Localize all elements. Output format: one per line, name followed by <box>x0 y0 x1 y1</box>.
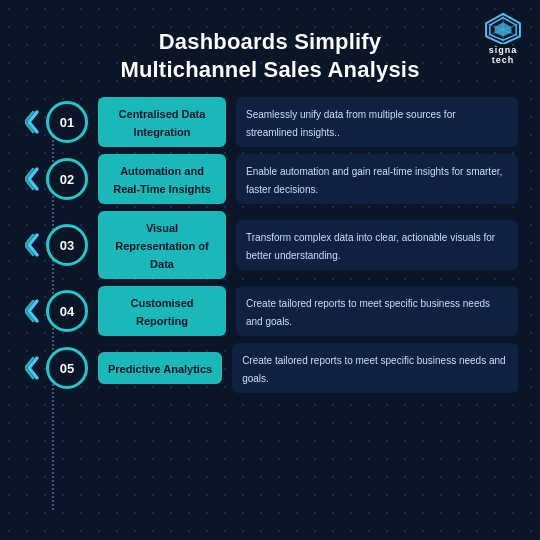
item-description: Enable automation and gain real-time ins… <box>236 154 518 204</box>
chevron-left-icon <box>22 293 44 329</box>
items-list: 01Centralised Data IntegrationSeamlessly… <box>22 97 518 530</box>
item-title: Predictive Analytics <box>98 352 222 384</box>
list-item: 05Predictive AnalyticsCreate tailored re… <box>22 343 518 393</box>
chevron-left-icon <box>22 350 44 386</box>
item-description: Transform complex data into clear, actio… <box>236 220 518 270</box>
list-item: 04Customised ReportingCreate tailored re… <box>22 286 518 336</box>
logo-text: signatech <box>489 46 518 66</box>
item-number: 03 <box>46 224 88 266</box>
list-item: 01Centralised Data IntegrationSeamlessly… <box>22 97 518 147</box>
item-description: Create tailored reports to meet specific… <box>236 286 518 336</box>
title-section: Dashboards SimplifyMultichannel Sales An… <box>22 18 518 97</box>
item-title: Customised Reporting <box>98 286 226 336</box>
item-title: Visual Representation of Data <box>98 211 226 279</box>
logo-icon <box>484 12 522 44</box>
chevron-left-icon <box>22 227 44 263</box>
chevron-left-icon <box>22 161 44 197</box>
item-title: Automation and Real-Time Insights <box>98 154 226 204</box>
main-title: Dashboards SimplifyMultichannel Sales An… <box>52 28 488 83</box>
item-description: Create tailored reports to meet specific… <box>232 343 518 393</box>
item-number: 05 <box>46 347 88 389</box>
list-item: 02Automation and Real-Time InsightsEnabl… <box>22 154 518 204</box>
item-description: Seamlessly unify data from multiple sour… <box>236 97 518 147</box>
list-item: 03Visual Representation of DataTransform… <box>22 211 518 279</box>
item-number: 04 <box>46 290 88 332</box>
chevron-left-icon <box>22 104 44 140</box>
item-number: 01 <box>46 101 88 143</box>
logo: signatech <box>484 12 522 66</box>
item-number: 02 <box>46 158 88 200</box>
item-title: Centralised Data Integration <box>98 97 226 147</box>
